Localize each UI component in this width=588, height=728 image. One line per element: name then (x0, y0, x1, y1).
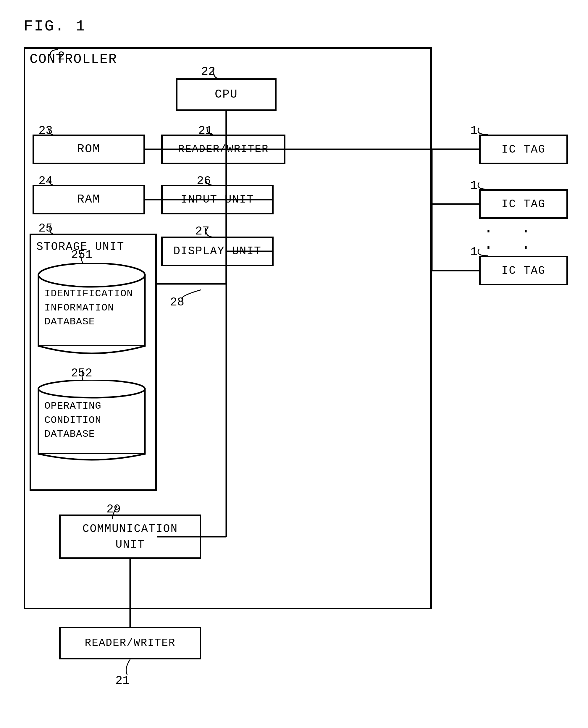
db-operating-cylinder: OPERATING CONDITION DATABASE (36, 380, 148, 463)
ic-tag-2-box: IC TAG (479, 189, 568, 219)
ref-ic-tag-2: 1 (470, 179, 477, 192)
ic-tag-3-box: IC TAG (479, 256, 568, 285)
comm-unit-box: COMMUNICATIONUNIT (59, 514, 201, 559)
db-operating-label: OPERATING CONDITION DATABASE (44, 399, 148, 442)
db-identification-label: IDENTIFICATION INFORMATION DATABASE (44, 287, 148, 329)
db-identification-cylinder: IDENTIFICATION INFORMATION DATABASE (36, 263, 148, 355)
ref-ic-tag-3: 1 (470, 245, 477, 259)
ref-comm-unit: 29 (106, 503, 121, 516)
page: FIG. 1 2 CONTROLLER 22 CPU 23 ROM 24 RAM… (0, 0, 588, 728)
ref-ic-tag-1: 1 (470, 124, 477, 137)
ref-db-251: 251 (71, 249, 92, 262)
ic-tag-1-box: IC TAG (479, 134, 568, 164)
ref-reader-writer-bottom: 21 (115, 674, 129, 687)
cpu-box: CPU (176, 78, 276, 111)
ref-display-unit: 27 (195, 225, 209, 238)
svg-point-1 (39, 263, 145, 287)
ref-cpu: 22 (201, 65, 215, 78)
dots-separator: · ·· · (484, 223, 540, 256)
reader-writer-top-box: READER/WRITER (161, 134, 286, 164)
ram-box: RAM (33, 185, 145, 214)
ref-bus: 28 (170, 296, 184, 309)
svg-point-3 (39, 380, 145, 398)
figure-title: FIG. 1 (24, 18, 86, 35)
ref-db-252: 252 (71, 367, 92, 380)
ref-storage-unit: 25 (39, 222, 52, 235)
rom-box: ROM (33, 134, 145, 164)
display-unit-box: DISPLAY UNIT (161, 237, 274, 266)
controller-label: CONTROLLER (29, 52, 117, 67)
input-unit-box: INPUT UNIT (161, 185, 274, 214)
reader-writer-bottom-box: READER/WRITER (59, 627, 201, 659)
